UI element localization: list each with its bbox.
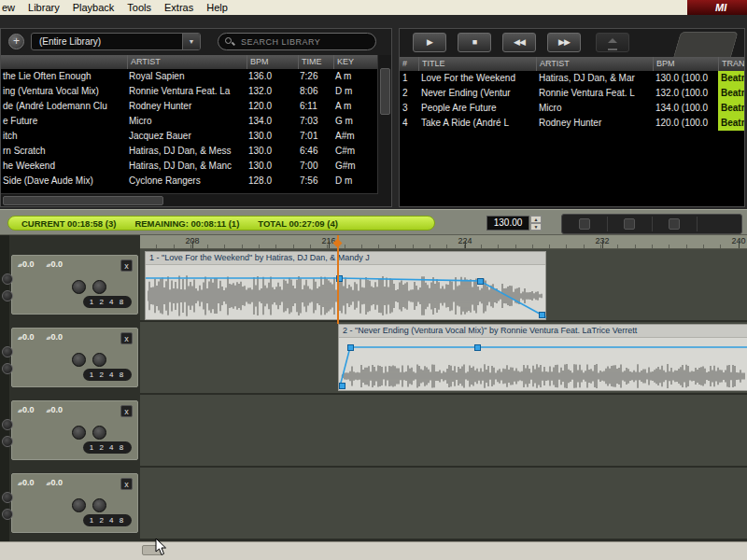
column-num[interactable]: # — [400, 57, 418, 71]
gain-value[interactable]: 0.0 — [51, 332, 63, 342]
track-knob[interactable] — [2, 273, 13, 285]
track-knob[interactable] — [2, 346, 13, 357]
column-transition[interactable]: TRAN — [718, 57, 744, 71]
gain-value[interactable]: 0.0 — [51, 478, 63, 487]
track-knob[interactable] — [2, 436, 13, 447]
envelope-handle[interactable] — [339, 383, 345, 389]
gain-value[interactable]: 0.0 — [51, 405, 63, 414]
menu-view[interactable]: ew — [0, 0, 21, 15]
trim-icon[interactable]: ▴▾ — [47, 408, 50, 413]
envelope-handle[interactable] — [539, 312, 545, 318]
eq-knob[interactable] — [72, 353, 86, 367]
trim-icon[interactable]: ▴▾ — [18, 335, 21, 341]
eq-knob[interactable] — [72, 426, 86, 440]
gain-value[interactable]: 0.0 — [51, 259, 63, 269]
playhead[interactable] — [337, 235, 339, 324]
beat-snap-selector[interactable]: 1 2 4 8 — [83, 369, 132, 381]
beat-snap-selector[interactable]: 1 2 4 8 — [83, 441, 132, 454]
track-knob[interactable] — [2, 509, 13, 520]
column-key[interactable]: KEY — [333, 55, 378, 69]
eq-knob[interactable] — [92, 280, 106, 294]
menu-playback[interactable]: Playback — [66, 0, 121, 15]
playlist-row[interactable]: 1Love For the WeekendHatiras, DJ Dan, & … — [400, 71, 744, 86]
forward-button[interactable]: ▶▶ — [547, 33, 581, 52]
trim-icon[interactable]: ▴▾ — [47, 335, 50, 341]
chevron-down-icon[interactable]: ▼ — [182, 34, 200, 49]
bpm-up-button[interactable]: ▲ — [530, 216, 542, 223]
track-knob[interactable] — [2, 363, 13, 374]
remove-track-button[interactable]: x — [120, 332, 133, 344]
envelope-handle[interactable] — [474, 344, 481, 351]
toolbar-button[interactable] — [579, 218, 590, 230]
rewind-button[interactable]: ◀◀ — [502, 33, 536, 52]
menu-help[interactable]: Help — [200, 0, 234, 15]
column-title[interactable]: TITLE — [418, 57, 536, 71]
timeline-ruler[interactable]: 208 216 224 232 240 — [140, 235, 747, 249]
library-row[interactable]: the Lie Often EnoughRoyal Sapien136.07:2… — [1, 69, 378, 84]
column-artist[interactable]: ARTIST — [536, 57, 653, 71]
track-knob[interactable] — [2, 492, 13, 503]
collection-dropdown[interactable]: (Entire Library) ▼ — [31, 33, 201, 50]
remove-track-button[interactable]: x — [120, 405, 133, 417]
library-row[interactable]: ing (Ventura Vocal Mix)Ronnie Ventura Fe… — [1, 84, 378, 99]
column-title[interactable] — [1, 55, 127, 69]
column-time[interactable]: TIME — [298, 55, 333, 69]
trim-icon[interactable]: ▴▾ — [18, 262, 21, 268]
trim-icon[interactable]: ▴▾ — [18, 481, 21, 486]
cell-bpm: 134.0 — [247, 114, 298, 129]
play-button[interactable]: ▶ — [413, 33, 446, 52]
gain-value[interactable]: 0.0 — [22, 332, 35, 342]
column-artist[interactable]: ARTIST — [127, 55, 247, 69]
timeline-clip-2[interactable]: 2 - "Never Ending (Ventura Vocal Mix)" b… — [338, 324, 747, 391]
column-bpm[interactable]: BPM — [247, 55, 298, 69]
eq-knob[interactable] — [92, 498, 106, 512]
timeline-lane[interactable] — [140, 395, 747, 466]
master-bpm-field[interactable]: 130.00 — [486, 216, 529, 231]
beat-snap-selector[interactable]: 1 2 4 8 — [83, 514, 132, 526]
track-knob[interactable] — [2, 290, 13, 301]
playlist-row[interactable]: 4Take A Ride (André LRodney Hunter120.0 … — [400, 116, 744, 131]
search-input[interactable] — [239, 36, 364, 48]
library-horizontal-scrollbar[interactable] — [1, 193, 378, 206]
gain-value[interactable]: 0.0 — [22, 259, 35, 269]
eq-knob[interactable] — [72, 498, 86, 512]
eq-knob[interactable] — [72, 280, 86, 294]
library-row[interactable]: de (André Lodemann CluRodney Hunter120.0… — [1, 99, 378, 114]
scrollbar-thumb[interactable] — [380, 68, 390, 115]
trim-icon[interactable]: ▴▾ — [18, 408, 21, 413]
library-row[interactable]: itchJacquez Bauer130.07:01A#m — [1, 129, 378, 144]
gain-value[interactable]: 0.0 — [22, 478, 35, 487]
trim-icon[interactable]: ▴▾ — [47, 481, 50, 486]
eject-icon — [608, 38, 617, 43]
menu-extras[interactable]: Extras — [158, 0, 200, 15]
library-row[interactable]: he WeekendHatiras, DJ Dan, & Manc130.07:… — [1, 159, 378, 174]
timeline-horizontal-scrollbar[interactable] — [0, 541, 747, 560]
envelope-handle[interactable] — [477, 278, 484, 285]
beat-snap-selector[interactable]: 1 2 4 8 — [83, 296, 132, 308]
playlist-row[interactable]: 3People Are FutureMicro134.0 (100.0Beatm — [400, 101, 744, 116]
add-playlist-button[interactable]: + — [8, 34, 24, 49]
track-knob[interactable] — [2, 419, 13, 430]
remove-track-button[interactable]: x — [120, 259, 133, 272]
timeline-lane[interactable] — [140, 468, 747, 539]
remove-track-button[interactable]: x — [120, 478, 133, 490]
toolbar-button[interactable] — [624, 218, 635, 230]
menu-tools[interactable]: Tools — [120, 0, 158, 15]
bpm-down-button[interactable]: ▼ — [530, 223, 542, 231]
column-bpm[interactable]: BPM — [653, 57, 718, 71]
eq-knob[interactable] — [92, 353, 106, 367]
timeline-clip-1[interactable]: 1 - "Love For the Weekend" by Hatiras, D… — [145, 251, 546, 320]
menu-library[interactable]: Library — [21, 0, 66, 15]
eq-knob[interactable] — [92, 426, 106, 440]
scrollbar-thumb[interactable] — [3, 196, 163, 205]
library-vertical-scrollbar[interactable] — [377, 55, 391, 206]
gain-value[interactable]: 0.0 — [22, 405, 35, 414]
trim-icon[interactable]: ▴▾ — [47, 262, 50, 268]
envelope-handle[interactable] — [347, 344, 354, 351]
library-row[interactable]: rn ScratchHatiras, DJ Dan, & Mess130.06:… — [1, 144, 378, 159]
toolbar-button[interactable] — [669, 218, 680, 230]
stop-button[interactable]: ■ — [458, 33, 491, 52]
library-row[interactable]: e FutureMicro134.07:03G m — [1, 114, 378, 129]
library-row[interactable]: Side (Dave Aude Mix)Cyclone Rangers128.0… — [1, 174, 378, 189]
playlist-row[interactable]: 2Never Ending (VenturRonnie Ventura Feat… — [400, 86, 744, 101]
